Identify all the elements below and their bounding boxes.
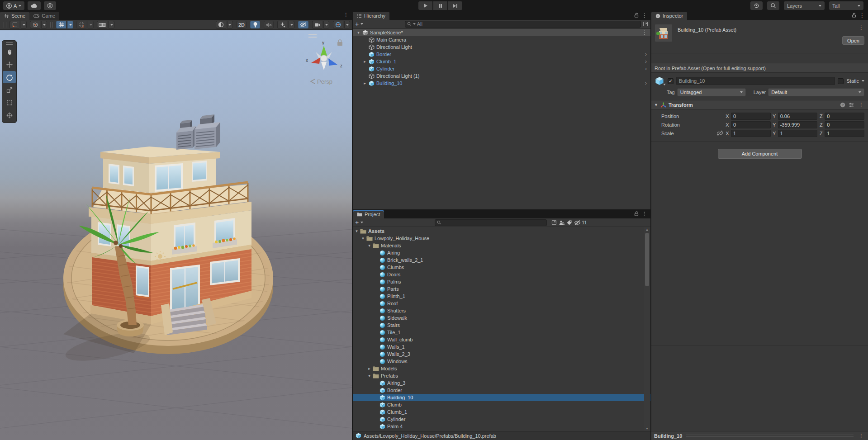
hierarchy-item[interactable]: ▸Building_10› (353, 80, 650, 87)
transform-rotation-z-field[interactable] (825, 121, 864, 128)
header-kebab-icon[interactable]: ⋮ (857, 25, 865, 30)
constrain-proportions-icon[interactable] (716, 130, 724, 136)
play-button[interactable] (418, 1, 432, 10)
project-tree-item[interactable]: Walls_2_3 (353, 350, 650, 358)
shading-mode-dropdown[interactable] (227, 21, 233, 28)
search-filter-dropdown[interactable] (413, 23, 416, 25)
tool-handle-rotation-dropdown[interactable] (41, 21, 47, 28)
project-tree-item[interactable]: Clumb (353, 401, 650, 408)
project-tree-item[interactable]: Clumbs (353, 264, 650, 271)
preview-kebab-icon[interactable]: ⋮ (857, 434, 865, 438)
search-by-label-icon[interactable] (566, 220, 572, 226)
account-button[interactable]: A (3, 1, 24, 10)
undo-history-button[interactable] (750, 1, 763, 10)
transform-position-z-field[interactable] (825, 113, 864, 120)
preview-splitter[interactable] (651, 345, 868, 345)
expand-arrow[interactable]: ▾ (360, 236, 366, 241)
effects-dropdown[interactable] (289, 21, 294, 28)
gizmos-button[interactable] (333, 21, 343, 28)
active-checkbox[interactable] (668, 78, 674, 84)
hidden-packages-toggle[interactable]: 11 (574, 220, 587, 225)
scene-camera-button[interactable] (312, 21, 322, 28)
step-button[interactable] (448, 1, 462, 10)
project-search[interactable] (435, 219, 547, 226)
project-tree-item[interactable]: Walls_1 (353, 343, 650, 350)
project-tree-item[interactable]: ▸Models (353, 365, 650, 372)
project-tree-item[interactable]: ▾Materials (353, 242, 650, 249)
effects-button[interactable] (277, 21, 287, 28)
transform-scale-z-field[interactable] (825, 130, 864, 137)
grid-size-button[interactable] (97, 21, 107, 28)
layout-dropdown[interactable]: Tall (829, 1, 863, 10)
tab-game[interactable]: Game (29, 12, 59, 20)
transform-position-x-field[interactable] (731, 113, 771, 120)
project-scrollbar[interactable]: ▲ ▼ (644, 227, 650, 431)
scene-lighting-button[interactable] (250, 21, 260, 28)
project-tree-item[interactable]: Brick_walls_2_1 (353, 256, 650, 264)
layers-dropdown[interactable]: Layers (784, 1, 825, 10)
lock-icon[interactable] (634, 13, 639, 18)
project-tree-item[interactable]: Wall_clumb (353, 336, 650, 343)
plastic-scm-button[interactable] (44, 1, 56, 10)
inspector-menu-kebab-icon[interactable]: ⋮ (858, 13, 866, 18)
prefab-open-chevron-icon[interactable]: › (645, 51, 649, 57)
static-dropdown[interactable] (862, 80, 864, 82)
snap-increment-button[interactable] (76, 21, 86, 28)
transform-rotation-x-field[interactable] (731, 121, 771, 128)
transform-scale-y-field[interactable] (778, 130, 818, 137)
expand-arrow[interactable]: ▾ (366, 243, 372, 248)
toolbar-grip[interactable] (4, 22, 6, 28)
presets-icon[interactable] (849, 102, 854, 108)
create-object-button[interactable]: + (355, 21, 359, 27)
hierarchy-item[interactable]: Directional Light (1) (353, 72, 650, 80)
create-object-dropdown[interactable] (360, 23, 363, 25)
hierarchy-item[interactable]: Cylinder› (353, 65, 650, 72)
tool-handle-rotation-button[interactable] (30, 21, 40, 28)
tab-project[interactable]: Project (353, 210, 384, 218)
move-tool[interactable] (3, 58, 16, 71)
scale-tool[interactable] (3, 84, 16, 96)
tag-dropdown[interactable]: Untagged (677, 88, 746, 96)
project-tree-item[interactable]: Parts (353, 285, 650, 293)
view-hand-tool[interactable] (3, 46, 16, 58)
row-kebab-icon[interactable]: ⋮ (640, 30, 649, 35)
project-tree-item[interactable]: Airing (353, 249, 650, 256)
tab-hierarchy[interactable]: Hierarchy (353, 12, 389, 20)
project-search-input[interactable] (443, 220, 545, 225)
hierarchy-item[interactable]: ▸Clumb_1› (353, 58, 650, 65)
scene-viewport[interactable]: y x z Persp (0, 30, 352, 440)
transform-tool[interactable] (3, 109, 16, 121)
expand-arrow[interactable]: ▸ (366, 366, 372, 371)
shading-mode-button[interactable] (216, 21, 226, 28)
scroll-down-icon[interactable]: ▼ (644, 427, 650, 430)
project-tree-item[interactable]: Tile_1 (353, 329, 650, 336)
gizmos-dropdown[interactable] (344, 21, 350, 28)
expand-arrow[interactable]: ▾ (366, 374, 372, 378)
snap-increment-dropdown[interactable] (88, 21, 94, 28)
project-tree-item[interactable]: ▾Lowpoly_Holiday_House (353, 235, 650, 242)
search-button[interactable] (767, 1, 779, 10)
lock-icon[interactable] (634, 211, 639, 216)
new-window-icon[interactable] (643, 21, 648, 27)
project-tree-item[interactable]: Clumb_1 (353, 408, 650, 416)
project-tree-item[interactable]: Windows (353, 358, 650, 365)
project-tree-item[interactable]: Plinth_1 (353, 293, 650, 300)
create-asset-dropdown[interactable] (360, 222, 363, 223)
grid-snapping-dropdown[interactable] (67, 21, 73, 28)
rect-tool[interactable] (3, 96, 16, 109)
project-tree-item[interactable]: Sidewalk (353, 314, 650, 322)
transform-scale-x-field[interactable] (731, 130, 771, 137)
hierarchy-item[interactable]: ▾SampleScene*⋮ (353, 29, 650, 36)
project-tree-item[interactable]: Border (353, 387, 650, 394)
project-tree-item[interactable]: ▾Assets (353, 227, 650, 235)
tab-inspector[interactable]: Inspector (651, 12, 687, 20)
open-search-window-icon[interactable] (551, 220, 557, 225)
hierarchy-menu-kebab-icon[interactable]: ⋮ (640, 13, 649, 18)
project-tree-item[interactable]: Airing_3 (353, 379, 650, 387)
search-by-type-icon[interactable] (559, 220, 564, 226)
rotate-tool[interactable] (3, 71, 16, 83)
transform-kebab-icon[interactable]: ⋮ (857, 103, 865, 107)
audio-mute-button[interactable] (264, 21, 274, 28)
prefab-open-chevron-icon[interactable]: › (645, 80, 649, 86)
expand-arrow[interactable]: ▸ (362, 59, 368, 64)
